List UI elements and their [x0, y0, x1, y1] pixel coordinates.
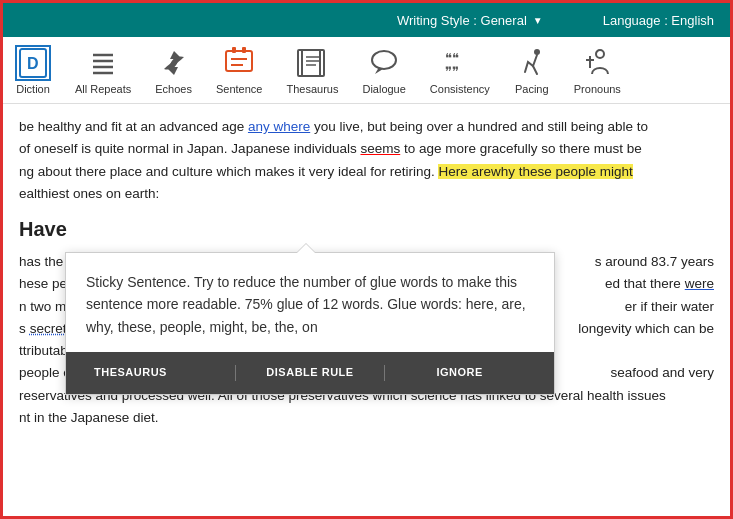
toolbar-item-thesaurus[interactable]: Thesaurus [274, 41, 350, 99]
diction-label: Diction [16, 83, 50, 95]
toolbar-item-all-repeats[interactable]: All Repeats [63, 41, 143, 99]
writing-style-label: Writing Style : General [397, 13, 527, 28]
svg-rect-8 [242, 47, 246, 53]
svg-rect-7 [232, 47, 236, 53]
tooltip-footer: THESAURUS DISABLE RULE IGNORE [66, 352, 554, 394]
highlight-here-are: Here are [438, 164, 491, 179]
echoes-icon [156, 45, 192, 81]
pacing-label: Pacing [515, 83, 549, 95]
svg-point-21 [596, 50, 604, 58]
thesaurus-button[interactable]: THESAURUS [86, 362, 235, 384]
language-selector[interactable]: Language : English [603, 13, 714, 28]
consistency-icon: ❝❝ ❞❞ [442, 45, 478, 81]
sentence-label: Sentence [216, 83, 262, 95]
language-label: Language : English [603, 13, 714, 28]
underline-seems: seems [360, 141, 400, 156]
underline-anywhere: any where [248, 119, 310, 134]
toolbar-item-dialogue[interactable]: Dialogue [350, 41, 417, 99]
svg-text:D: D [27, 55, 39, 72]
all-repeats-label: All Repeats [75, 83, 131, 95]
pronouns-icon [579, 45, 615, 81]
tooltip-popup: Sticky Sentence. Try to reduce the numbe… [65, 252, 555, 395]
tooltip-triangle [296, 243, 316, 253]
underline-were: were [685, 273, 714, 295]
paragraph-3: ng about there place and culture which m… [19, 161, 714, 183]
top-bar: Writing Style : General ▼ Language : Eng… [3, 3, 730, 37]
toolbar-item-pronouns[interactable]: Pronouns [562, 41, 633, 99]
diction-icon: D [15, 45, 51, 81]
sentence-icon [221, 45, 257, 81]
consistency-label: Consistency [430, 83, 490, 95]
paragraph-bottom-3: nt in the Japanese diet. [19, 407, 714, 429]
disable-rule-button[interactable]: DISABLE RULE [236, 362, 385, 384]
toolbar-item-echoes[interactable]: Echoes [143, 41, 204, 99]
echoes-label: Echoes [155, 83, 192, 95]
toolbar-item-diction[interactable]: D Diction [3, 41, 63, 99]
svg-text:❝❝: ❝❝ [445, 50, 459, 65]
thesaurus-label: Thesaurus [286, 83, 338, 95]
ignore-button[interactable]: IGNORE [385, 362, 534, 384]
all-repeats-icon [85, 45, 121, 81]
highlight-why: why these people might [491, 164, 633, 179]
toolbar: D Diction All Repeats Echoes [3, 37, 730, 104]
pronouns-label: Pronouns [574, 83, 621, 95]
pacing-icon [514, 45, 550, 81]
toolbar-item-pacing[interactable]: Pacing [502, 41, 562, 99]
writing-style-selector[interactable]: Writing Style : General ▼ [397, 13, 543, 28]
toolbar-item-sentence[interactable]: Sentence [204, 41, 274, 99]
paragraph-4: ealthiest ones on earth: [19, 183, 714, 205]
content-area: be healthy and fit at an advanced age an… [3, 104, 730, 507]
thesaurus-icon [294, 45, 330, 81]
paragraph-2: of oneself is quite normal in Japan. Jap… [19, 138, 714, 160]
dialogue-label: Dialogue [362, 83, 405, 95]
svg-point-16 [372, 51, 396, 69]
svg-text:❞❞: ❞❞ [445, 64, 459, 79]
dialogue-icon [366, 45, 402, 81]
section-header: Have [19, 213, 714, 245]
toolbar-item-consistency[interactable]: ❝❝ ❞❞ Consistency [418, 41, 502, 99]
svg-rect-6 [226, 51, 252, 71]
paragraph-1: be healthy and fit at an advanced age an… [19, 116, 714, 138]
tooltip-body: Sticky Sentence. Try to reduce the numbe… [66, 253, 554, 352]
writing-style-chevron: ▼ [533, 15, 543, 26]
